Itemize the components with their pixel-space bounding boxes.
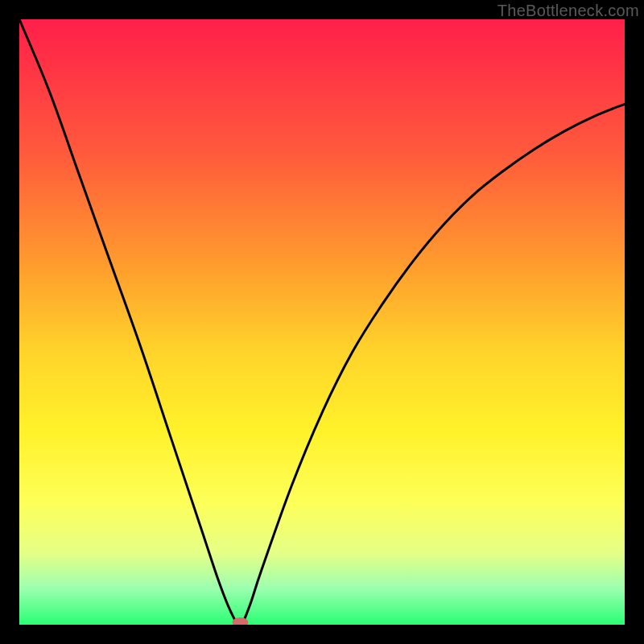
watermark-text: TheBottleneck.com (497, 2, 639, 20)
plot-area (19, 19, 625, 625)
chart-frame: TheBottleneck.com (0, 0, 644, 644)
chart-svg (19, 19, 625, 625)
bottleneck-curve (19, 19, 625, 625)
